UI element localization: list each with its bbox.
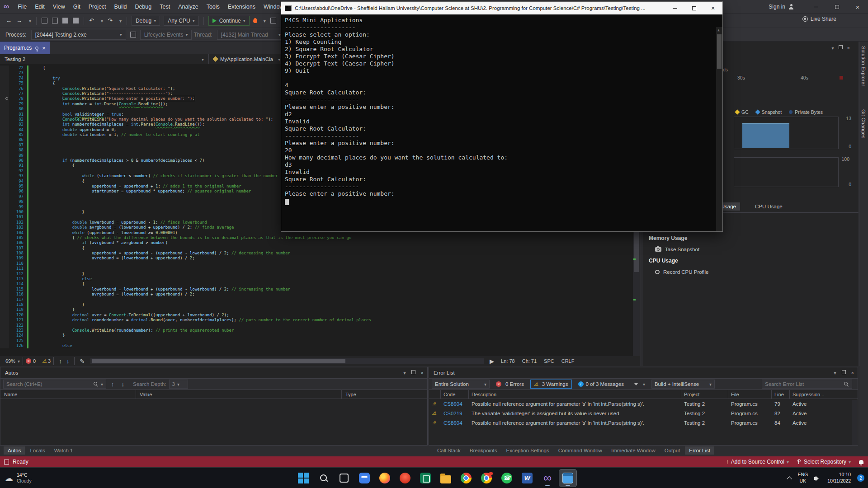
scope-dropdown[interactable]: Entire Solution bbox=[432, 380, 490, 389]
breakpoint-margin[interactable] bbox=[0, 246, 9, 251]
breakpoint-margin[interactable] bbox=[0, 127, 9, 132]
breakpoint-margin[interactable] bbox=[0, 318, 9, 323]
minimize-button[interactable] bbox=[806, 0, 826, 14]
weather-widget[interactable]: ☁ 14°CCloudy bbox=[5, 472, 32, 484]
menu-item-test[interactable]: Test bbox=[156, 2, 174, 11]
breakpoint-margin[interactable] bbox=[0, 76, 9, 81]
lifecycle-events-dropdown[interactable]: Lifecycle Events bbox=[140, 30, 192, 40]
breakpoint-margin[interactable] bbox=[0, 199, 9, 204]
menu-item-analyze[interactable]: Analyze bbox=[174, 2, 202, 11]
column-line[interactable]: Line bbox=[772, 390, 790, 399]
tab-solution-explorer[interactable]: Solution Explorer bbox=[861, 46, 866, 86]
float-window-icon[interactable] bbox=[839, 45, 843, 49]
console-minimize-button[interactable] bbox=[665, 2, 684, 14]
breakpoint-margin[interactable] bbox=[0, 96, 9, 101]
column-code[interactable]: Code bbox=[441, 390, 469, 399]
breakpoint-margin[interactable] bbox=[0, 323, 9, 328]
save-all-icon[interactable] bbox=[73, 18, 79, 23]
breakpoint-margin[interactable] bbox=[0, 86, 9, 91]
breakpoint-margin[interactable] bbox=[0, 313, 9, 318]
sign-in-button[interactable]: Sign in bbox=[769, 4, 794, 10]
taskbar-whatsapp[interactable] bbox=[498, 469, 515, 487]
breakpoint-margin[interactable] bbox=[0, 153, 9, 158]
breakpoint-margin[interactable] bbox=[0, 256, 9, 261]
breakpoint-margin[interactable] bbox=[0, 205, 9, 210]
redo-button[interactable]: ↷ bbox=[105, 16, 115, 25]
taskbar-word[interactable] bbox=[519, 469, 536, 487]
tab-watch-1[interactable]: Watch 1 bbox=[50, 446, 77, 455]
breakpoint-margin[interactable] bbox=[0, 70, 9, 75]
breakpoint-margin[interactable] bbox=[0, 225, 9, 230]
undo-button[interactable]: ↶ bbox=[87, 16, 96, 25]
breakpoint-margin[interactable] bbox=[0, 66, 9, 70]
error-code[interactable]: CS8604 bbox=[441, 401, 469, 407]
record-cpu-profile-button[interactable]: Record CPU Profile bbox=[655, 269, 708, 275]
error-count-icon[interactable]: × bbox=[26, 358, 31, 364]
console-title-bar[interactable]: C:\Users\abdul\OneDrive - Sheffield Hall… bbox=[281, 2, 722, 14]
breakpoint-margin[interactable] bbox=[0, 261, 9, 266]
search-up-button[interactable]: ↑ bbox=[109, 380, 117, 389]
line-ending-indicator[interactable]: CRLF bbox=[561, 358, 575, 364]
filter-button[interactable] bbox=[630, 380, 649, 389]
taskbar-search[interactable] bbox=[315, 469, 332, 487]
close-tab-icon[interactable]: × bbox=[42, 45, 46, 52]
console-maximize-button[interactable] bbox=[684, 2, 703, 14]
breakpoint-margin[interactable] bbox=[0, 132, 9, 137]
pin-panel-icon[interactable] bbox=[842, 370, 846, 374]
breakpoint-margin[interactable] bbox=[0, 328, 9, 333]
language-indicator[interactable]: ENGUK bbox=[797, 472, 808, 484]
column-description[interactable]: Description bbox=[469, 390, 681, 399]
breakpoint-margin[interactable] bbox=[0, 163, 9, 168]
column-suppression[interactable]: Suppression... bbox=[790, 390, 840, 399]
taskbar-chrome-alt[interactable] bbox=[478, 469, 495, 487]
taskbar-chat[interactable] bbox=[356, 469, 373, 487]
clock[interactable]: 10:1010/11/2022 bbox=[827, 472, 851, 484]
chevron-down-icon[interactable] bbox=[99, 381, 103, 387]
column-severity[interactable] bbox=[429, 390, 441, 399]
column-file[interactable]: File bbox=[728, 390, 772, 399]
taskbar-visual-studio[interactable] bbox=[539, 469, 556, 487]
taskbar-firefox[interactable] bbox=[376, 469, 393, 487]
error-list-row[interactable]: CS0219The variable 'validinteger' is ass… bbox=[429, 408, 858, 418]
breakpoint-margin[interactable] bbox=[0, 137, 9, 142]
pin-icon[interactable] bbox=[35, 47, 38, 50]
search-input[interactable] bbox=[6, 381, 94, 387]
navigation-dropdown[interactable] bbox=[24, 16, 33, 25]
column-project[interactable]: Project bbox=[681, 390, 728, 399]
project-dropdown[interactable]: Testing 2 bbox=[0, 54, 209, 64]
search-down-button[interactable]: ↓ bbox=[119, 380, 127, 389]
close-panel-icon[interactable]: × bbox=[421, 370, 424, 375]
continue-button[interactable]: Continue bbox=[208, 16, 250, 26]
platform-dropdown[interactable]: Any CPU bbox=[164, 16, 198, 26]
breakpoint-margin[interactable] bbox=[0, 174, 9, 178]
menu-item-tools[interactable]: Tools bbox=[203, 2, 224, 11]
column-type[interactable]: Type bbox=[342, 390, 427, 399]
breakpoint-margin[interactable] bbox=[0, 230, 9, 235]
breakpoint-margin[interactable] bbox=[0, 307, 9, 312]
refresh-process-icon[interactable] bbox=[130, 32, 136, 38]
window-options-icon[interactable] bbox=[401, 370, 406, 375]
warnings-filter-button[interactable]: 3 Warnings bbox=[530, 380, 572, 389]
select-repository-button[interactable]: Select Repository bbox=[797, 459, 851, 465]
breakpoint-margin[interactable] bbox=[0, 158, 9, 163]
error-list-header[interactable]: Error List × bbox=[429, 367, 858, 378]
close-button[interactable]: × bbox=[847, 0, 868, 14]
breakpoint-margin[interactable] bbox=[0, 338, 9, 343]
breakpoint-margin[interactable] bbox=[0, 220, 9, 225]
tab-program-cs[interactable]: Program.cs × bbox=[0, 42, 50, 54]
menu-item-project[interactable]: Project bbox=[85, 2, 110, 11]
type-dropdown[interactable]: MyApplication.MainCla bbox=[209, 56, 285, 62]
error-code[interactable]: CS0219 bbox=[441, 411, 469, 416]
open-file-icon[interactable] bbox=[52, 18, 58, 23]
taskbar-chrome[interactable] bbox=[458, 469, 475, 487]
menu-item-file[interactable]: File bbox=[14, 2, 31, 11]
error-code[interactable]: CS8604 bbox=[441, 420, 469, 426]
taskbar-task-view[interactable] bbox=[335, 469, 353, 487]
menu-item-debug[interactable]: Debug bbox=[131, 2, 156, 11]
spaces-indicator[interactable]: SPC bbox=[544, 358, 554, 364]
process-dropdown[interactable]: [20444] Testing 2.exe bbox=[31, 30, 126, 40]
close-panel-icon[interactable]: × bbox=[847, 45, 850, 51]
scrollbar-thumb[interactable] bbox=[717, 34, 722, 69]
tab-autos[interactable]: Autos bbox=[4, 446, 25, 455]
restore-button[interactable] bbox=[826, 0, 847, 14]
